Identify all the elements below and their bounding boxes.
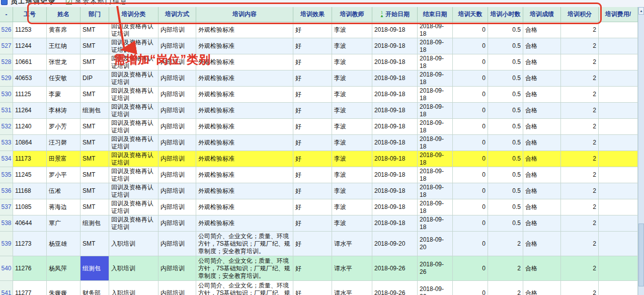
cell-end[interactable]: 2018-09-18 <box>418 103 453 119</box>
cell-method[interactable]: 内部培训 <box>158 54 196 70</box>
cell-points[interactable]: 2 <box>561 232 599 256</box>
cell-score[interactable]: 合格 <box>523 119 561 135</box>
cell-method[interactable]: 内部培训 <box>158 281 196 295</box>
cell-cost[interactable] <box>599 232 638 256</box>
cell-name[interactable]: 伍凇 <box>47 183 80 199</box>
cell-name[interactable]: 任安敏 <box>47 70 80 87</box>
cell-category[interactable]: 回训及资格再认证培训 <box>109 151 158 167</box>
cell-start[interactable]: 2018-09-18 <box>372 87 418 103</box>
cell-effect[interactable]: 好 <box>293 199 332 215</box>
cell-id[interactable]: 11240 <box>13 119 47 135</box>
cell-content[interactable]: 外观检验标准 <box>196 119 293 135</box>
cell-content[interactable]: 外观检验标准 <box>196 199 293 215</box>
cell-name[interactable]: 田景富 <box>47 151 80 167</box>
cell-start[interactable]: 2018-09-18 <box>372 183 418 199</box>
row-number-cell[interactable]: 539 <box>0 232 13 256</box>
cell-days[interactable]: 0 <box>453 199 488 215</box>
cell-method[interactable]: 内部培训 <box>158 103 196 119</box>
cell-points[interactable]: 2 <box>561 54 599 70</box>
cell-effect[interactable]: 好 <box>293 135 332 151</box>
row-number-cell[interactable]: 532 <box>0 119 13 135</box>
cell-teacher[interactable]: 李波 <box>332 22 372 38</box>
cell-dept[interactable]: SMT <box>80 87 109 103</box>
cell-category[interactable]: 回训及资格再认证培训 <box>109 38 158 54</box>
cell-end[interactable]: 2018-09-18 <box>418 87 453 103</box>
cell-cost[interactable] <box>599 103 638 119</box>
show-department-checkbox[interactable]: ✓ <box>66 0 72 5</box>
cell-days[interactable]: 0 <box>453 167 488 183</box>
cell-end[interactable]: 2018-09-26 <box>418 256 453 281</box>
row-number-cell[interactable]: 538 <box>0 215 13 232</box>
cell-days[interactable]: 0 <box>453 256 488 281</box>
row-number-cell[interactable]: 527 <box>0 38 13 54</box>
cell-cost[interactable] <box>599 183 638 199</box>
cell-content[interactable]: 外观检验标准 <box>196 183 293 199</box>
cell-content[interactable]: 公司简介、企业文化；质量、环境方针，7S基础知识；厂规厂纪、规章制度；安全教育培… <box>196 256 293 281</box>
cell-cost[interactable] <box>599 151 638 167</box>
cell-end[interactable]: 2018-09-18 <box>418 22 453 38</box>
cell-cost[interactable] <box>599 135 638 151</box>
cell-content[interactable]: 外观检验标准 <box>196 70 293 87</box>
cell-end[interactable]: 2018-09-18 <box>418 151 453 167</box>
scrollbar-thumb[interactable] <box>638 224 644 286</box>
cell-content[interactable]: 外观检验标准 <box>196 167 293 183</box>
cell-points[interactable]: 2 <box>561 119 599 135</box>
cell-start[interactable]: 2018-09-18 <box>372 22 418 38</box>
cell-days[interactable]: 0 <box>453 119 488 135</box>
cell-dept[interactable]: SMT <box>80 167 109 183</box>
cell-start[interactable]: 2018-09-18 <box>372 199 418 215</box>
cell-teacher[interactable]: 李波 <box>332 54 372 70</box>
row-number-cell[interactable]: 529 <box>0 70 13 87</box>
cell-method[interactable]: 内部培训 <box>158 199 196 215</box>
cell-days[interactable]: 0 <box>453 135 488 151</box>
cell-hours[interactable]: 0.5 <box>488 70 523 87</box>
row-number-cell[interactable]: 533 <box>0 135 13 151</box>
cell-teacher[interactable]: 谭水平 <box>332 256 372 281</box>
column-header-cost[interactable]: 培训费用/ <box>599 7 638 22</box>
cell-teacher[interactable]: 李波 <box>332 70 372 87</box>
cell-score[interactable]: 合格 <box>523 22 561 38</box>
cell-days[interactable]: 0 <box>453 232 488 256</box>
cell-id[interactable]: 11245 <box>13 167 47 183</box>
row-number-cell[interactable]: 536 <box>0 183 13 199</box>
cell-category[interactable]: 入职培训 <box>109 281 158 295</box>
cell-method[interactable]: 内部培训 <box>158 38 196 54</box>
cell-start[interactable]: 2018-09-20 <box>372 232 418 256</box>
cell-dept[interactable]: SMT <box>80 38 109 54</box>
column-header-points[interactable]: 培训积分 <box>561 7 599 22</box>
cell-score[interactable]: 合格 <box>523 183 561 199</box>
cell-cost[interactable] <box>599 87 638 103</box>
cell-name[interactable]: 李林涛 <box>47 103 80 119</box>
cell-dept[interactable]: SMT <box>80 119 109 135</box>
cell-score[interactable]: 合格 <box>523 232 561 256</box>
cell-id[interactable]: 11173 <box>13 151 47 167</box>
column-header-start[interactable]: 1▲开始日期 <box>372 7 418 22</box>
cell-content[interactable]: 外观检验标准 <box>196 135 293 151</box>
cell-content[interactable]: 外观检验标准 <box>196 215 293 232</box>
cell-content[interactable]: 外观检验标准 <box>196 38 293 54</box>
column-header-hours[interactable]: 培训小时数 <box>488 7 523 22</box>
cell-points[interactable]: 2 <box>561 70 599 87</box>
cell-cost[interactable] <box>599 256 638 281</box>
cell-effect[interactable]: 好 <box>293 183 332 199</box>
cell-points[interactable]: 2 <box>561 87 599 103</box>
row-number-cell[interactable]: 531 <box>0 103 13 119</box>
column-header-days[interactable]: 培训天数 <box>453 7 488 22</box>
cell-name[interactable]: 蒋海边 <box>47 199 80 215</box>
cell-dept[interactable]: SMT <box>80 151 109 167</box>
cell-name[interactable]: 王红纳 <box>47 38 80 54</box>
cell-dept[interactable]: 财务部 <box>80 281 109 295</box>
cell-days[interactable]: 0 <box>453 215 488 232</box>
cell-days[interactable]: 0 <box>453 70 488 87</box>
cell-score[interactable]: 合格 <box>523 87 561 103</box>
cell-score[interactable]: 合格 <box>523 281 561 295</box>
cell-method[interactable]: 内部培训 <box>158 70 196 87</box>
cell-content[interactable]: 外观检验标准 <box>196 54 293 70</box>
cell-name[interactable]: 汪习磬 <box>47 135 80 151</box>
row-number-cell[interactable]: 541 <box>0 281 13 295</box>
cell-hours[interactable]: 2 <box>488 256 523 281</box>
cell-hours[interactable]: 0.5 <box>488 167 523 183</box>
cell-cost[interactable] <box>599 167 638 183</box>
row-number-cell[interactable]: 540 <box>0 256 13 281</box>
cell-days[interactable]: 0 <box>453 103 488 119</box>
